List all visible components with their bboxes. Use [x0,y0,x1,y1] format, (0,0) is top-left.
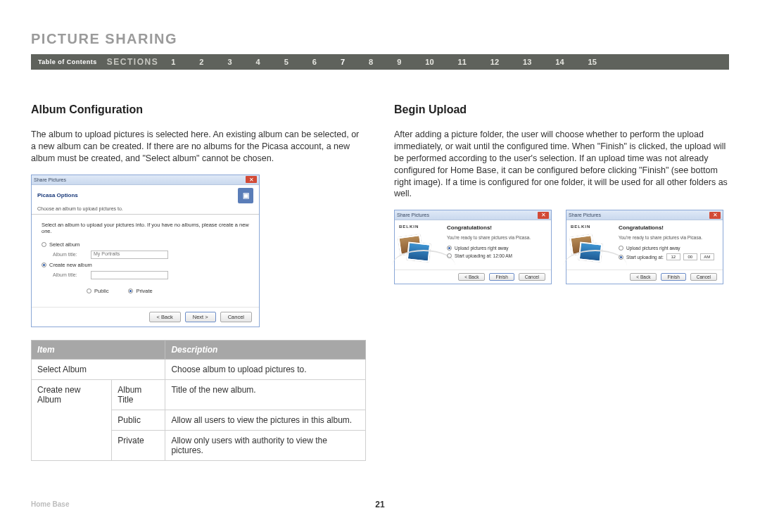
dialog-window-title: Share Pictures [397,213,429,217]
radio-create-album[interactable]: Create new album [42,262,249,268]
dialog-head-sub: Choose an album to upload pictures to. [32,206,259,214]
close-icon[interactable]: ✕ [246,176,257,183]
close-icon[interactable]: ✕ [538,212,549,219]
cancel-button[interactable]: Cancel [220,312,252,322]
brand-label: BELKIN [571,224,614,229]
back-button[interactable]: < Back [630,273,657,281]
congrats-sub: You're ready to share pictures via Picas… [447,235,547,240]
radio-label: Private [136,288,152,294]
sections-label: SECTIONS [107,57,158,67]
section-link-8[interactable]: 8 [369,58,373,66]
page-number: 21 [375,500,384,509]
select-album-dropdown[interactable]: My Portraits [91,251,168,259]
th-description: Description [165,340,366,359]
section-link-2[interactable]: 2 [199,58,203,66]
select-ampm[interactable]: AM [700,253,714,260]
section-link-14[interactable]: 14 [555,58,564,66]
radio-label: Create new album [49,262,92,268]
radio-upload-at-time[interactable]: Start uploading at: 12 00 AM [619,253,718,260]
text-album-config: The album to upload pictures is selected… [31,129,366,165]
label-album-title-1: Album title: [53,252,87,257]
radio-icon [128,289,133,293]
radio-label: Select album [49,241,80,248]
dialog-titlebar: Share Pictures ✕ [395,210,551,220]
radio-label: Upload pictures right away [626,246,680,251]
dialog-window-title: Share Pictures [34,177,66,182]
heading-begin-upload: Begin Upload [394,103,729,116]
column-album-config: Album Configuration The album to upload … [31,103,366,461]
radio-select-album[interactable]: Select album [42,241,249,248]
section-link-7[interactable]: 7 [341,58,345,66]
radio-label: Public [94,288,108,294]
table-row: Select Album Choose album to upload pict… [32,359,366,379]
cell-sub: Private [112,430,165,460]
section-link-1[interactable]: 1 [171,58,175,66]
dialog-titlebar: Share Pictures ✕ [32,175,259,185]
dialog-congrats-a: Share Pictures ✕ BELKIN Congratulations!… [394,210,552,284]
section-link-15[interactable]: 15 [588,58,597,66]
page-title: PICTURE SHARING [31,31,729,47]
footer-product: Home Base [31,500,69,508]
label-album-title-2: Album title: [53,272,87,277]
radio-upload-now[interactable]: Upload pictures right away [447,246,547,251]
radio-upload-now[interactable]: Upload pictures right away [619,246,718,251]
radio-private[interactable]: Private [128,288,152,294]
cell-item: Create new Album [32,379,112,460]
section-links: 1 2 3 4 5 6 7 8 9 10 11 12 13 14 15 [171,58,722,66]
cell-desc: Title of the new album. [165,379,366,410]
section-link-9[interactable]: 9 [397,58,401,66]
radio-icon [42,242,46,247]
dialog-picasa-options: Share Pictures ✕ Picasa Options ▣ Choose… [31,175,260,327]
input-album-title[interactable] [91,271,168,279]
heading-album-config: Album Configuration [31,103,366,116]
next-button[interactable]: Next > [185,312,216,322]
section-link-12[interactable]: 12 [490,58,499,66]
select-hour[interactable]: 12 [666,253,680,260]
select-minute[interactable]: 00 [683,253,697,260]
dialog-head-title: Picasa Options [37,192,78,198]
cell-sub: Album Title [112,379,165,410]
radio-label: Start uploading at: [626,255,664,260]
section-nav: Table of Contents SECTIONS 1 2 3 4 5 6 7… [31,54,729,70]
radio-label: Upload pictures right away [455,246,509,251]
section-link-3[interactable]: 3 [227,58,232,66]
brand-label: BELKIN [399,224,443,229]
radio-icon [619,255,623,260]
radio-public[interactable]: Public [87,288,108,294]
radio-icon [87,289,91,293]
dialog-hint: Select an album to upload your pictures … [42,222,249,234]
cell-desc: Choose album to upload pictures to. [165,359,366,379]
section-link-4[interactable]: 4 [256,58,260,66]
section-link-10[interactable]: 10 [425,58,433,66]
picture-icon: ▣ [238,188,253,203]
back-button[interactable]: < Back [458,273,485,281]
radio-upload-at-time[interactable]: Start uploading at: 12:00 AM [447,253,547,258]
cell-item: Select Album [32,359,165,379]
cancel-button[interactable]: Cancel [690,273,717,281]
dialog-congrats-b: Share Pictures ✕ BELKIN Congratulations!… [566,210,723,284]
radio-icon [447,246,452,251]
finish-button[interactable]: Finish [489,273,514,281]
dialog-window-title: Share Pictures [569,213,601,217]
dialog-body: Select an album to upload your pictures … [32,214,259,307]
dialog-titlebar: Share Pictures ✕ [566,210,723,220]
section-link-13[interactable]: 13 [523,58,531,66]
radio-label: Start uploading at: 12:00 AM [455,253,512,258]
radio-icon [619,246,623,251]
table-row: Create new Album Album Title Title of th… [32,379,366,410]
finish-button[interactable]: Finish [661,273,685,281]
column-begin-upload: Begin Upload After adding a picture fold… [394,103,729,461]
page-footer: Home Base 21 [31,500,729,508]
section-link-6[interactable]: 6 [312,58,317,66]
close-icon[interactable]: ✕ [709,212,721,219]
back-button[interactable]: < Back [149,312,181,322]
toc-link[interactable]: Table of Contents [38,58,97,65]
section-link-5[interactable]: 5 [284,58,289,66]
congrats-title: Congratulations! [447,224,547,231]
cell-sub: Public [112,410,165,430]
congrats-title: Congratulations! [619,224,718,231]
section-link-11[interactable]: 11 [458,58,467,66]
text-begin-upload: After adding a picture folder, the user … [394,129,729,200]
congrats-sub: You're ready to share pictures via Picas… [619,235,718,240]
cancel-button[interactable]: Cancel [519,273,545,281]
